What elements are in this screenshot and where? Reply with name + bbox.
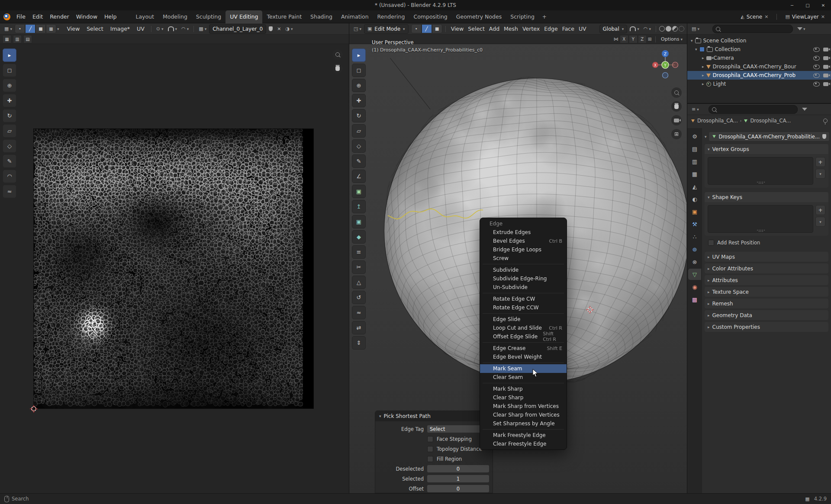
edge-slide-tool[interactable]: ⇄ — [352, 321, 366, 334]
menu-item[interactable]: Clear Sharp from Vertices — [480, 411, 567, 419]
shape-keys-list[interactable] — [708, 205, 813, 233]
unlink-image-button[interactable]: × — [275, 25, 283, 33]
menu-item[interactable]: Un-Subdivide — [480, 283, 567, 292]
mirror-axis-toggle[interactable]: Y — [629, 35, 638, 43]
number-field[interactable]: 0 — [427, 485, 489, 492]
inset-faces-tool[interactable]: ▣ — [352, 215, 366, 228]
hide-in-viewport-icon[interactable] — [813, 56, 820, 61]
rotate-tool[interactable]: ↻ — [352, 109, 366, 122]
transform-tool[interactable]: ◇ — [352, 139, 366, 153]
menu-item[interactable]: Set Sharpness by Angle — [480, 419, 567, 428]
cursor-tool[interactable]: ⊕ — [352, 79, 366, 92]
menu-item[interactable]: File — [13, 12, 29, 21]
menu-item[interactable]: Vertex — [520, 24, 542, 33]
number-field[interactable]: 1 — [427, 475, 489, 482]
expand-arrow-icon[interactable]: ▾ — [705, 135, 707, 139]
gizmo-x-axis[interactable]: X — [654, 64, 657, 67]
vertex-select-button[interactable]: • — [411, 24, 422, 33]
scale-tool[interactable]: ▱ — [3, 124, 16, 138]
outliner-row-mesh-object-active[interactable]: ▸ Drosophila_CAAX-mCherry_Prob — [687, 71, 831, 80]
mirror-axis-toggle[interactable]: X — [620, 35, 628, 43]
outliner-row-scene-collection[interactable]: ▾ Scene Collection — [687, 36, 831, 45]
measure-tool[interactable]: ∠ — [352, 170, 366, 183]
close-button[interactable]: ✕ — [815, 0, 831, 10]
filter-dropdown[interactable]: ▾ — [803, 27, 805, 31]
menu-item[interactable]: Screw — [480, 254, 567, 263]
add-vertex-group-button[interactable]: + — [815, 157, 825, 167]
menu-item[interactable]: Edge Bevel Weight — [480, 353, 567, 361]
viewport-camera-button[interactable] — [671, 115, 682, 125]
number-field[interactable]: 0 — [427, 465, 489, 472]
transform-orientation-selector[interactable]: Global▾ — [599, 25, 628, 33]
mesh-datablock-field[interactable]: Drosophila_CAAX-mCherry_Probabilitie... — [709, 132, 830, 141]
collection-checkbox[interactable] — [699, 47, 705, 52]
menu-item[interactable]: Subdivide Edge-Ring — [480, 274, 567, 283]
uv-image-canvas[interactable] — [34, 129, 313, 408]
menu-item[interactable]: Clear Freestyle Edge — [480, 440, 567, 448]
gizmo-z-axis[interactable]: Z — [664, 52, 667, 56]
viewport-zoom-button[interactable] — [671, 87, 682, 98]
mode-selector[interactable]: ▣ Edit Mode ▾ — [364, 24, 409, 34]
operator-panel-header[interactable]: ▾ Pick Shortest Path — [375, 411, 493, 421]
expand-arrow-icon[interactable]: ▸ — [702, 64, 704, 69]
poly-build-tool[interactable]: △ — [352, 276, 366, 289]
minimize-button[interactable]: ─ — [784, 0, 800, 10]
properties-tab-world[interactable]: ◐ — [688, 193, 701, 205]
scene-selector[interactable]: ◭ Scene × — [741, 14, 768, 20]
uv-select-island-button[interactable]: ▦ — [46, 24, 56, 33]
cursor-tool[interactable]: ⊕ — [3, 79, 16, 92]
relax-tool[interactable]: ≈ — [3, 185, 16, 198]
tweak-tool[interactable]: ▸ — [352, 48, 366, 62]
disable-in-renders-icon[interactable] — [823, 65, 828, 69]
shrink-fatten-tool[interactable]: ⇕ — [352, 336, 366, 350]
workspace-tab[interactable]: Modeling — [158, 10, 192, 23]
menu-item[interactable]: Edge — [542, 24, 560, 33]
edge-select-button[interactable]: ╱ — [422, 24, 432, 33]
workspace-tab[interactable]: Rendering — [373, 10, 409, 23]
move-tool[interactable]: ✚ — [3, 94, 16, 107]
outliner-search-input[interactable] — [712, 25, 793, 33]
unlink-icon[interactable]: × — [821, 14, 825, 19]
menu-item[interactable]: Select — [466, 24, 487, 33]
uv-select-edge-button[interactable]: ╱ — [25, 24, 35, 33]
annotate-tool[interactable]: ✎ — [3, 154, 16, 168]
wireframe-shading-button[interactable] — [659, 26, 665, 32]
properties-tab-constraints[interactable]: ⊗ — [688, 256, 701, 267]
menu-item[interactable]: Rotate Edge CW — [480, 295, 567, 303]
properties-tab-scene[interactable]: ◭ — [688, 181, 701, 192]
outliner-row-camera[interactable]: ▸ Camera — [687, 54, 831, 62]
breadcrumb-data[interactable]: Drosophila_CA... — [750, 118, 791, 124]
editor-type-button[interactable]: ▤▾ — [690, 25, 701, 33]
disable-in-renders-icon[interactable] — [823, 74, 828, 77]
editor-type-button[interactable]: ▦▾ — [3, 25, 14, 33]
vertex-group-specials-button[interactable]: ▾ — [815, 169, 825, 179]
menu-item[interactable]: Face — [560, 24, 577, 33]
transform-tool[interactable]: ◇ — [3, 139, 16, 153]
filter-icon[interactable] — [797, 27, 802, 30]
pivot-point-button[interactable]: ⊙▾ — [155, 25, 165, 33]
menu-item[interactable]: Clear Seam — [480, 373, 567, 382]
menu-item[interactable]: Mark Seam — [480, 364, 567, 373]
menu-item[interactable]: Render — [46, 12, 73, 21]
vertex-groups-list[interactable] — [708, 157, 813, 185]
menu-item[interactable]: Select — [83, 24, 107, 33]
shape-keys-panel-header[interactable]: ▾ Shape Keys — [705, 192, 828, 202]
rendered-shading-button[interactable] — [679, 26, 684, 32]
shape-key-specials-button[interactable]: ▾ — [815, 217, 825, 227]
workspace-tab[interactable]: Sculpting — [192, 10, 225, 23]
properties-panel-header[interactable]: ▸ Remesh — [705, 299, 828, 308]
workspace-tab[interactable]: UV Editing — [225, 10, 262, 23]
pin-icon[interactable] — [823, 119, 828, 123]
knife-tool[interactable]: ✂ — [352, 260, 366, 274]
disable-in-renders-icon[interactable] — [823, 56, 828, 60]
add-rest-position-checkbox[interactable] — [708, 240, 714, 246]
smooth-tool[interactable]: ≈ — [352, 306, 366, 319]
menu-item[interactable]: Subdivide — [480, 266, 567, 274]
extrude-region-tool[interactable]: ↥ — [352, 200, 366, 213]
workspace-tab[interactable]: Layout — [131, 10, 158, 23]
image-name-field[interactable]: Channel_0_Layer_0 — [209, 24, 266, 34]
uv-option-button-1[interactable]: ▦ — [3, 35, 11, 43]
properties-tab-tool[interactable]: ⚙ — [688, 131, 701, 142]
menu-item[interactable]: Offset Edge Slide Shift Ctrl R — [480, 332, 567, 341]
mirror-axis-toggle[interactable]: Z — [638, 35, 647, 43]
